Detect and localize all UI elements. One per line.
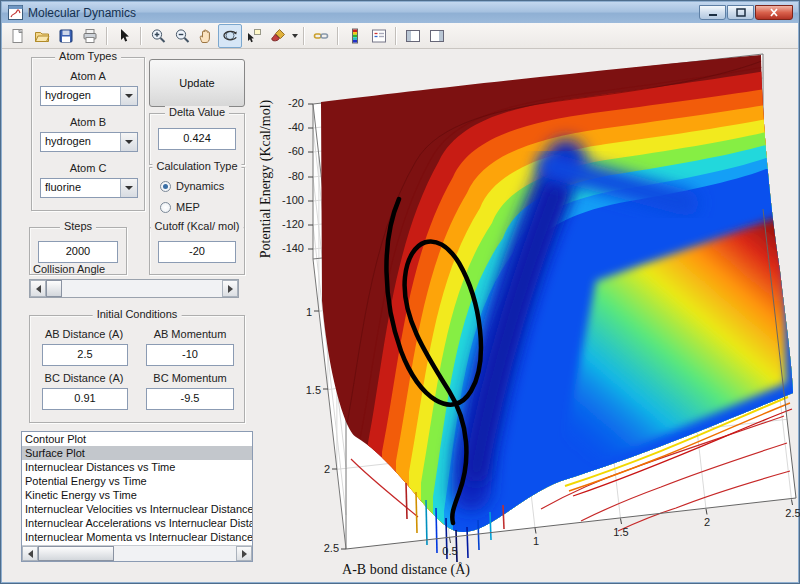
z-tick-label: -20 bbox=[288, 97, 304, 109]
z-tick-label: -40 bbox=[288, 121, 304, 133]
radio-dynamics-circle-icon[interactable] bbox=[160, 181, 171, 192]
toolbar-divider bbox=[140, 27, 142, 45]
toolbar-divider bbox=[395, 27, 397, 45]
calculation-type-title: Calculation Type bbox=[152, 160, 241, 172]
bc-momentum-field[interactable]: -9.5 bbox=[146, 388, 234, 410]
x-tick-label: 2.5 bbox=[785, 507, 800, 519]
bc-distance-field[interactable]: 0.91 bbox=[42, 388, 128, 410]
window-title: Molecular Dynamics bbox=[28, 6, 136, 20]
x-tick-label: 1 bbox=[533, 535, 539, 547]
y-tick-label: 2.5 bbox=[324, 542, 339, 554]
surface-plot-svg: -20 -40 -60 -80 -100 -120 -140 1 1.5 2 2… bbox=[256, 31, 800, 581]
scrollbar-right-arrow[interactable] bbox=[236, 546, 252, 561]
plot-area[interactable]: -20 -40 -60 -80 -100 -120 -140 1 1.5 2 2… bbox=[256, 31, 800, 581]
collision-angle-label: Collision Angle bbox=[33, 263, 143, 275]
atom-c-value: fluorine bbox=[41, 179, 120, 197]
y-tick-label: 2 bbox=[324, 463, 330, 475]
bc-distance-label: BC Distance (A) bbox=[34, 372, 134, 384]
atom-b-value: hydrogen bbox=[41, 133, 120, 151]
z-tick-label: -60 bbox=[288, 145, 304, 157]
list-item[interactable]: Internuclear Momenta vs Internuclear Dis… bbox=[22, 530, 252, 544]
radio-mep-circle-icon[interactable] bbox=[160, 202, 171, 213]
toolbar-divider bbox=[106, 27, 108, 45]
close-button[interactable] bbox=[755, 5, 793, 20]
print-figure-icon[interactable] bbox=[78, 24, 102, 48]
plot-type-listbox[interactable]: Contour Plot Surface Plot Internuclear D… bbox=[21, 431, 253, 562]
slider-thumb[interactable] bbox=[46, 280, 62, 297]
list-item[interactable]: Internuclear Accelerations vs Internucle… bbox=[22, 516, 252, 530]
slider-right-arrow[interactable] bbox=[222, 280, 238, 297]
open-file-icon[interactable] bbox=[30, 24, 54, 48]
ab-distance-label: AB Distance (A) bbox=[34, 328, 134, 340]
insert-legend-icon[interactable] bbox=[367, 24, 391, 48]
maximize-button[interactable] bbox=[727, 5, 754, 20]
show-plot-tools-icon[interactable] bbox=[425, 24, 449, 48]
insert-colorbar-icon[interactable] bbox=[343, 24, 367, 48]
data-cursor-icon[interactable] bbox=[242, 24, 266, 48]
scrollbar-left-arrow[interactable] bbox=[22, 546, 38, 561]
radio-mep[interactable]: MEP bbox=[160, 201, 200, 213]
toolbar-divider bbox=[337, 27, 339, 45]
pan-hand-icon[interactable] bbox=[194, 24, 218, 48]
atom-a-label: Atom A bbox=[32, 70, 144, 82]
new-figure-icon[interactable] bbox=[6, 24, 30, 48]
zoom-in-icon[interactable] bbox=[146, 24, 170, 48]
atom-a-select[interactable]: hydrogen bbox=[40, 86, 138, 106]
ab-momentum-field[interactable]: -10 bbox=[146, 344, 234, 366]
minimize-button[interactable] bbox=[699, 5, 726, 20]
brush-data-icon[interactable] bbox=[266, 24, 290, 48]
update-button[interactable]: Update bbox=[149, 59, 245, 107]
dropdown-arrow-icon[interactable] bbox=[120, 179, 137, 197]
atom-types-title: Atom Types bbox=[55, 50, 121, 62]
atom-a-value: hydrogen bbox=[41, 87, 120, 105]
list-item[interactable]: Contour Plot bbox=[22, 432, 252, 446]
list-item[interactable]: Potential Energy vs Time bbox=[22, 474, 252, 488]
cutoff-panel: Cutoff (Kcal/ mol) -20 bbox=[149, 227, 245, 275]
z-tick-label: -80 bbox=[288, 170, 304, 182]
zoom-out-icon[interactable] bbox=[170, 24, 194, 48]
app-icon bbox=[8, 5, 23, 20]
app-window: Molecular Dynamics bbox=[0, 0, 800, 584]
x-tick-label: 0.5 bbox=[442, 545, 457, 557]
z-axis-label: Potential Energy (Kcal/mol) bbox=[258, 99, 274, 258]
atom-b-select[interactable]: hydrogen bbox=[40, 132, 138, 152]
list-item[interactable]: Internuclear Distances vs Time bbox=[22, 460, 252, 474]
atom-c-select[interactable]: fluorine bbox=[40, 178, 138, 198]
atom-types-panel: Atom Types Atom A hydrogen Atom B hydrog… bbox=[31, 57, 145, 211]
toolbar-divider bbox=[303, 27, 305, 45]
figure-toolbar bbox=[2, 23, 798, 49]
x-axis-label: A-B bond distance (Å) bbox=[342, 562, 470, 578]
initial-conditions-panel: Initial Conditions AB Distance (A) AB Mo… bbox=[29, 315, 245, 423]
ab-distance-field[interactable]: 2.5 bbox=[42, 344, 128, 366]
brush-dropdown-arrow-icon[interactable] bbox=[290, 25, 299, 47]
steps-field[interactable]: 2000 bbox=[38, 241, 118, 263]
slider-left-arrow[interactable] bbox=[30, 280, 46, 297]
edit-plot-pointer-icon[interactable] bbox=[112, 24, 136, 48]
radio-mep-label: MEP bbox=[176, 201, 200, 213]
rotate-3d-icon[interactable] bbox=[218, 24, 242, 48]
radio-dynamics[interactable]: Dynamics bbox=[160, 180, 224, 192]
cutoff-field[interactable]: -20 bbox=[158, 241, 236, 263]
dropdown-arrow-icon[interactable] bbox=[120, 133, 137, 151]
list-item[interactable]: Kinetic Energy vs Time bbox=[22, 488, 252, 502]
bc-momentum-label: BC Momentum bbox=[140, 372, 240, 384]
hide-plot-tools-icon[interactable] bbox=[401, 24, 425, 48]
y-tick-label: 1 bbox=[306, 306, 312, 318]
list-item-selected[interactable]: Surface Plot bbox=[22, 446, 252, 460]
ab-momentum-label: AB Momentum bbox=[140, 328, 240, 340]
list-item[interactable]: Internuclear Velocities vs Internuclear … bbox=[22, 502, 252, 516]
atom-b-label: Atom B bbox=[32, 116, 144, 128]
delta-value-field[interactable]: 0.424 bbox=[158, 128, 236, 150]
save-figure-icon[interactable] bbox=[54, 24, 78, 48]
link-plot-icon[interactable] bbox=[309, 24, 333, 48]
title-bar[interactable]: Molecular Dynamics bbox=[2, 2, 798, 23]
cutoff-title: Cutoff (Kcal/ mol) bbox=[151, 220, 244, 232]
scrollbar-thumb[interactable] bbox=[38, 546, 114, 561]
steps-title: Steps bbox=[60, 220, 96, 232]
atom-c-label: Atom C bbox=[32, 162, 144, 174]
delta-value-panel: Delta Value 0.424 bbox=[149, 113, 245, 165]
collision-angle-slider[interactable] bbox=[29, 279, 239, 298]
horizontal-scrollbar[interactable] bbox=[22, 545, 252, 561]
x-tick-label: 2 bbox=[704, 516, 710, 528]
dropdown-arrow-icon[interactable] bbox=[120, 87, 137, 105]
